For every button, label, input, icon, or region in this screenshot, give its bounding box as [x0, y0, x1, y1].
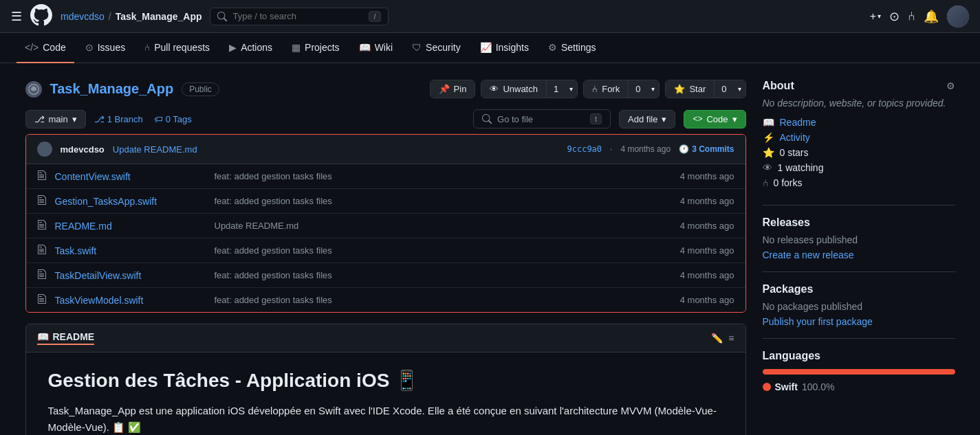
- file-rows-container: ContentView.swift feat: added gestion ta…: [26, 164, 745, 312]
- user-avatar[interactable]: [947, 5, 969, 27]
- nav-label-code: Code: [43, 42, 65, 53]
- nav-label-settings: Settings: [561, 42, 596, 53]
- file-name[interactable]: README.md: [55, 221, 206, 232]
- swift-dot: [763, 383, 771, 391]
- readme-tab: 📖 README: [37, 331, 95, 345]
- file-commit: feat: added gestion tasks files: [215, 270, 644, 280]
- actions-nav-icon: ▶: [229, 42, 237, 53]
- pin-label: Pin: [454, 84, 467, 94]
- nav-item-actions[interactable]: ▶ Actions: [221, 33, 281, 63]
- activity-link[interactable]: Activity: [780, 132, 810, 143]
- releases-none-label: No releases published: [763, 234, 955, 245]
- commit-hash[interactable]: 9ccc9a0: [567, 144, 602, 154]
- readme-paragraph-1: Task_Manage_App est une application iOS …: [48, 403, 723, 435]
- list-readme-icon[interactable]: ≡: [728, 333, 734, 344]
- pullrequests-icon[interactable]: ⑃: [908, 9, 915, 23]
- nav-item-settings[interactable]: ⚙ Settings: [540, 33, 605, 63]
- file-name[interactable]: Gestion_TasksApp.swift: [55, 196, 206, 207]
- github-logo[interactable]: [30, 4, 52, 28]
- file-name[interactable]: Task.swift: [55, 245, 206, 256]
- fork-stat-icon: ⑃: [763, 177, 768, 188]
- branch-selector[interactable]: ⎇ main ▾: [25, 110, 86, 129]
- file-row: TaskViewModel.swift feat: added gestion …: [26, 288, 745, 312]
- code-icon: <>: [693, 114, 702, 124]
- repo-title[interactable]: Task_Manage_App: [50, 81, 174, 97]
- star-count[interactable]: 0: [714, 80, 733, 98]
- commit-message[interactable]: Update README.md: [113, 144, 197, 155]
- hamburger-icon[interactable]: ☰: [11, 9, 22, 24]
- top-nav-right: + ▾ ⊙ ⑃ 🔔: [870, 5, 969, 27]
- file-row: ContentView.swift feat: added gestion ta…: [26, 164, 745, 189]
- pin-icon: 📌: [439, 84, 450, 94]
- star-button[interactable]: ⭐ Star: [666, 80, 714, 98]
- commits-count[interactable]: 🕐 3 Commits: [679, 144, 734, 154]
- nav-label-insights: Insights: [496, 42, 529, 53]
- nav-item-insights[interactable]: 📈 Insights: [472, 33, 537, 63]
- nav-item-pullrequests[interactable]: ⑃ Pull requests: [136, 33, 218, 63]
- edit-readme-icon[interactable]: ✏️: [711, 333, 723, 344]
- notifications-icon[interactable]: 🔔: [924, 9, 939, 24]
- breadcrumb-repo[interactable]: Task_Manage_App: [116, 11, 202, 22]
- unwatch-dropdown-icon[interactable]: ▾: [565, 80, 577, 98]
- add-file-button[interactable]: Add file ▾: [619, 110, 675, 129]
- nav-item-security[interactable]: 🛡 Security: [404, 33, 469, 63]
- repo-toolbar: ⎇ main ▾ ⎇ 1 Branch 🏷 0 Tags Go to: [25, 109, 746, 129]
- nav-item-code[interactable]: </> Code: [17, 33, 74, 63]
- file-row: Task.swift feat: added gestion tasks fil…: [26, 238, 745, 263]
- forks-count: 0 forks: [774, 177, 803, 188]
- fork-count[interactable]: 0: [628, 80, 647, 98]
- nav-item-projects[interactable]: ▦ Projects: [283, 33, 348, 63]
- go-to-file[interactable]: Go to file t: [473, 109, 611, 129]
- file-name[interactable]: ContentView.swift: [55, 171, 206, 182]
- go-to-file-shortcut: t: [590, 113, 602, 124]
- add-file-dropdown-icon: ▾: [662, 114, 666, 124]
- repo-nav: </> Code ⊙ Issues ⑃ Pull requests ▶ Acti…: [0, 33, 980, 63]
- nav-item-issues[interactable]: ⊙ Issues: [77, 33, 133, 63]
- file-commit: feat: added gestion tasks files: [215, 196, 644, 206]
- new-menu-button[interactable]: + ▾: [870, 10, 881, 23]
- file-icon: [37, 244, 47, 257]
- commit-row: mdevcdso Update README.md 9ccc9a0 · 4 mo…: [26, 135, 745, 164]
- branch-count-link[interactable]: ⎇ 1 Branch: [94, 114, 143, 124]
- file-icon: [37, 219, 47, 232]
- search-shortcut: /: [369, 11, 380, 22]
- search-bar[interactable]: /: [210, 8, 389, 25]
- create-release-link[interactable]: Create a new release: [763, 249, 854, 260]
- tag-count-link[interactable]: 🏷 0 Tags: [154, 114, 192, 124]
- pin-button[interactable]: 📌 Pin: [431, 80, 475, 98]
- search-file-icon: [482, 114, 492, 124]
- nav-label-wiki: Wiki: [375, 42, 393, 53]
- fork-dropdown-icon[interactable]: ▾: [647, 80, 659, 98]
- publish-pkg-link[interactable]: Publish your first package: [763, 316, 873, 327]
- fork-icon: ⑃: [592, 84, 598, 94]
- star-stat-icon: ⭐: [763, 147, 774, 158]
- file-name[interactable]: TaskDetailView.swift: [55, 270, 206, 281]
- language-bar: [763, 369, 955, 375]
- projects-nav-icon: ▦: [292, 42, 301, 53]
- code-button[interactable]: <> Code ▾: [684, 110, 745, 129]
- avatar-image: [947, 5, 969, 27]
- readme-link[interactable]: Readme: [780, 117, 816, 128]
- nav-item-wiki[interactable]: 📖 Wiki: [351, 33, 401, 63]
- about-gear-icon[interactable]: ⚙: [946, 80, 955, 91]
- file-name[interactable]: TaskViewModel.swift: [55, 295, 206, 306]
- breadcrumb-owner[interactable]: mdevcdso: [61, 11, 105, 22]
- star-label: Star: [689, 84, 706, 94]
- unwatch-button[interactable]: 👁 Unwatch: [481, 80, 546, 98]
- eye-stat-icon: 👁: [763, 162, 772, 173]
- issues-icon[interactable]: ⊙: [889, 9, 900, 24]
- commit-author-avatar: [37, 142, 52, 157]
- about-stat-forks: ⑃ 0 forks: [763, 177, 955, 188]
- fork-button[interactable]: ⑃ Fork: [584, 80, 628, 98]
- breadcrumb-sep: /: [109, 11, 111, 22]
- issues-nav-icon: ⊙: [85, 42, 94, 53]
- commit-author[interactable]: mdevcdso: [61, 144, 105, 155]
- unwatch-count[interactable]: 1: [546, 80, 565, 98]
- tag-count-label: 0 Tags: [166, 114, 192, 124]
- file-commit: feat: added gestion tasks files: [215, 245, 644, 256]
- file-time: 4 months ago: [652, 221, 734, 231]
- star-dropdown-icon[interactable]: ▾: [734, 80, 745, 98]
- readme-body: Gestion des Tâches - Application iOS 📱 T…: [26, 353, 745, 435]
- file-time: 4 months ago: [652, 295, 734, 305]
- search-input[interactable]: [232, 11, 363, 21]
